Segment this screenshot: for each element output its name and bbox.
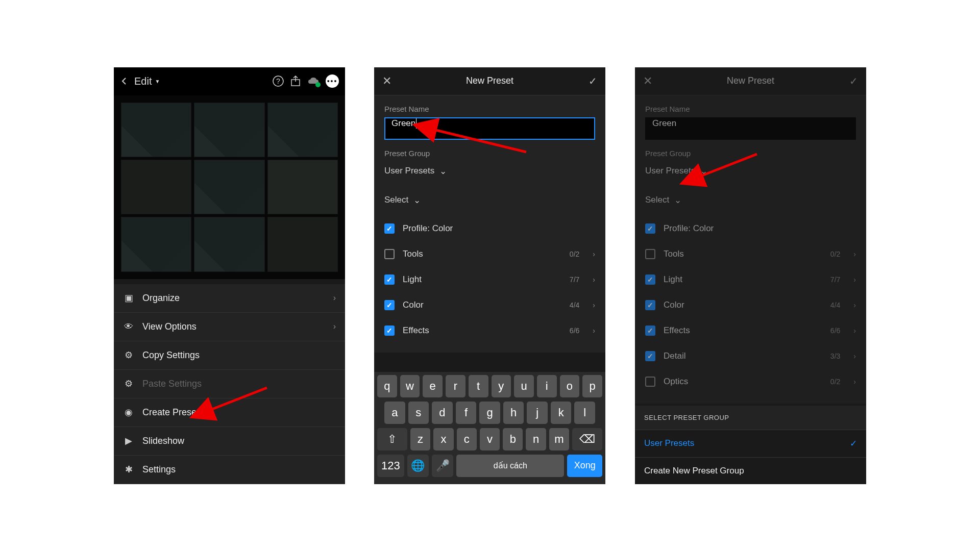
menu-create-preset[interactable]: ◉Create Preset: [114, 398, 345, 427]
key-c[interactable]: c: [457, 428, 477, 450]
menu-copy-settings[interactable]: ⚙Copy Settings: [114, 341, 345, 370]
option-tools[interactable]: Tools0/2›: [645, 241, 856, 267]
option-light[interactable]: Light7/7›: [645, 267, 856, 292]
preset-name-label: Preset Name: [384, 105, 595, 113]
group-user-presets[interactable]: User Presets✓: [635, 430, 866, 457]
key-e[interactable]: e: [423, 375, 443, 397]
share-icon[interactable]: [290, 76, 301, 87]
menu-settings[interactable]: ✱Settings: [114, 456, 345, 484]
key-q[interactable]: q: [377, 375, 397, 397]
checkbox-icon[interactable]: [645, 351, 655, 361]
key-p[interactable]: p: [582, 375, 602, 397]
cloud-sync-icon[interactable]: [307, 75, 320, 87]
key-v[interactable]: v: [480, 428, 500, 450]
chevron-right-icon: ›: [853, 301, 856, 309]
checkbox-icon[interactable]: [645, 223, 655, 234]
key-x[interactable]: x: [433, 428, 453, 450]
chevron-down-icon: ⌄: [413, 195, 421, 206]
checkbox-icon[interactable]: [384, 223, 395, 234]
select-dropdown[interactable]: Select⌄: [645, 191, 856, 210]
chevron-right-icon: ›: [593, 250, 595, 258]
edit-dropdown[interactable]: Edit▼: [134, 76, 160, 87]
close-icon[interactable]: ✕: [643, 74, 652, 88]
preset-name-input[interactable]: Green: [645, 117, 856, 140]
key-h[interactable]: h: [503, 402, 524, 424]
chevron-right-icon: ›: [333, 322, 336, 331]
option-effects[interactable]: Effects6/6›: [645, 318, 856, 343]
chevron-right-icon: ›: [853, 250, 856, 258]
key-a[interactable]: a: [384, 402, 405, 424]
checkbox-icon[interactable]: [384, 274, 395, 285]
checkbox-icon[interactable]: [384, 249, 395, 259]
option-tools[interactable]: Tools0/2›: [384, 241, 595, 267]
confirm-icon[interactable]: ✓: [849, 75, 858, 87]
preset-group-dropdown[interactable]: User Presets⌄: [645, 162, 856, 181]
panel-new-preset-keyboard: ✕ New Preset ✓ Preset Name Green Preset …: [374, 67, 605, 484]
more-icon[interactable]: •••: [326, 74, 339, 88]
menu-organize[interactable]: ▣Organize›: [114, 284, 345, 313]
chevron-right-icon: ›: [853, 327, 856, 335]
key-g[interactable]: g: [479, 402, 500, 424]
key-u[interactable]: u: [514, 375, 534, 397]
checkbox-icon[interactable]: [384, 300, 395, 310]
key-d[interactable]: d: [432, 402, 453, 424]
chevron-right-icon: ›: [333, 293, 336, 303]
key-mic[interactable]: 🎤: [432, 455, 453, 477]
chevron-down-icon: ⌄: [700, 166, 707, 177]
option-effects[interactable]: Effects6/6›: [384, 318, 595, 343]
option-light[interactable]: Light7/7›: [384, 267, 595, 292]
key-shift[interactable]: ⇧: [377, 428, 407, 450]
confirm-icon[interactable]: ✓: [589, 75, 597, 87]
photo-gallery: [114, 95, 345, 279]
option-profile[interactable]: Profile: Color: [384, 216, 595, 241]
back-icon[interactable]: [120, 77, 128, 85]
preset-name-label: Preset Name: [645, 105, 856, 113]
help-icon[interactable]: ?: [273, 76, 284, 87]
preset-group-sheet: SELECT PRESET GROUP User Presets✓ Create…: [635, 406, 866, 484]
close-icon[interactable]: ✕: [382, 74, 391, 88]
chevron-right-icon: ›: [593, 276, 595, 284]
key-globe[interactable]: 🌐: [407, 455, 429, 477]
key-done[interactable]: Xong: [567, 455, 602, 477]
key-i[interactable]: i: [537, 375, 557, 397]
key-numbers[interactable]: 123: [377, 455, 404, 477]
key-s[interactable]: s: [408, 402, 429, 424]
key-b[interactable]: b: [503, 428, 523, 450]
preset-name-input[interactable]: Green: [384, 117, 595, 140]
key-y[interactable]: y: [492, 375, 511, 397]
option-optics[interactable]: Optics0/2›: [645, 369, 856, 394]
key-m[interactable]: m: [549, 428, 569, 450]
group-create-new[interactable]: Create New Preset Group: [635, 457, 866, 484]
checkbox-icon[interactable]: [645, 274, 655, 285]
checkbox-icon[interactable]: [645, 300, 655, 310]
key-t[interactable]: t: [469, 375, 488, 397]
checkbox-icon[interactable]: [645, 249, 655, 259]
key-j[interactable]: j: [527, 402, 548, 424]
key-backspace[interactable]: ⌫: [572, 428, 602, 450]
checkbox-icon[interactable]: [384, 325, 395, 336]
option-color[interactable]: Color4/4›: [645, 292, 856, 318]
preset-group-dropdown[interactable]: User Presets⌄: [384, 162, 595, 181]
gear-icon: ✱: [123, 464, 134, 475]
key-z[interactable]: z: [410, 428, 430, 450]
menu-view-options[interactable]: 👁View Options›: [114, 313, 345, 341]
key-space[interactable]: dấu cách: [456, 455, 564, 477]
chevron-down-icon: ⌄: [439, 166, 447, 177]
option-detail[interactable]: Detail3/3›: [645, 343, 856, 369]
key-o[interactable]: o: [560, 375, 580, 397]
checkbox-icon[interactable]: [645, 325, 655, 336]
checkbox-icon[interactable]: [645, 377, 655, 387]
key-r[interactable]: r: [446, 375, 465, 397]
key-n[interactable]: n: [526, 428, 546, 450]
option-profile[interactable]: Profile: Color: [645, 216, 856, 241]
preset-group-label: Preset Group: [645, 149, 856, 158]
key-k[interactable]: k: [551, 402, 572, 424]
option-color[interactable]: Color4/4›: [384, 292, 595, 318]
menu-slideshow[interactable]: ▶Slideshow: [114, 427, 345, 456]
select-dropdown[interactable]: Select⌄: [384, 191, 595, 210]
key-f[interactable]: f: [456, 402, 477, 424]
key-l[interactable]: l: [574, 402, 595, 424]
page-title: New Preset: [466, 76, 513, 86]
keyboard: qwertyuiop asdfghjkl ⇧zxcvbnm⌫ 123🌐🎤dấu …: [374, 372, 605, 484]
key-w[interactable]: w: [400, 375, 420, 397]
